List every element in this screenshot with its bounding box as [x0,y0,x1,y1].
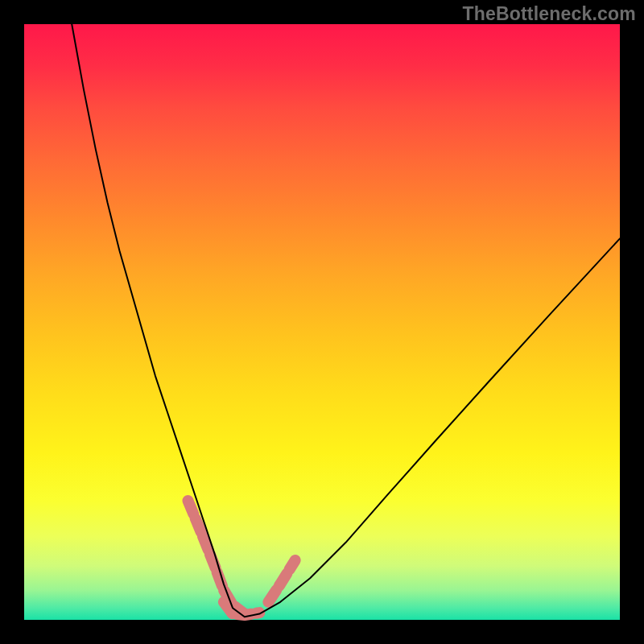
chart-svg [24,24,620,620]
watermark-text: TheBottleneck.com [462,3,636,25]
series-bottleneck-curve [72,24,620,617]
series-group [72,24,620,617]
chart-frame: TheBottleneck.com [0,0,644,644]
series-highlight-segment-right [268,560,295,602]
